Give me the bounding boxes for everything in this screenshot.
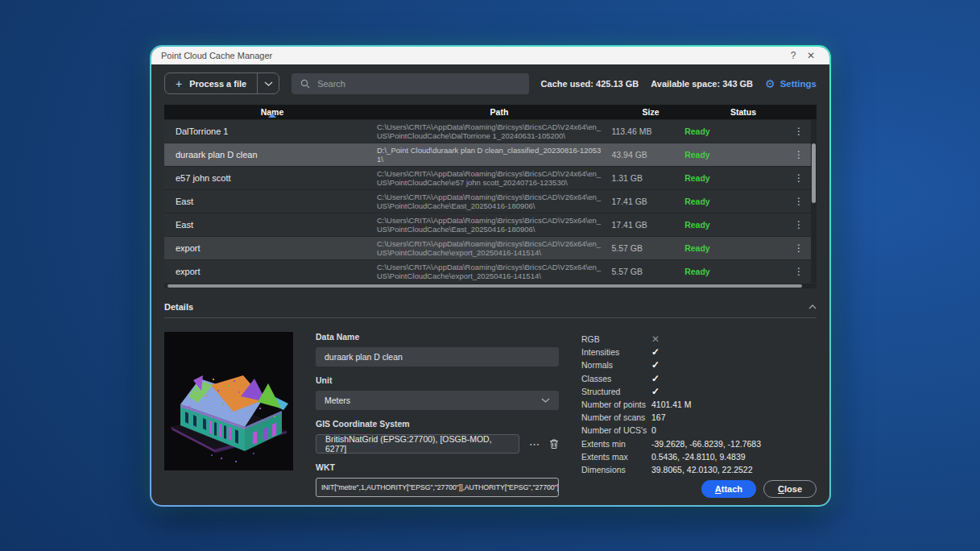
cell-name: export bbox=[164, 243, 377, 253]
dialog-body: + Process a file Cache used: 425.13 GB bbox=[151, 64, 829, 505]
property-row: Dimensions 39.8065, 42.0130, 22.2522 bbox=[581, 463, 817, 476]
check-icon: ✓ bbox=[651, 346, 660, 358]
cell-size: 5.57 GB bbox=[611, 243, 675, 253]
process-a-file-split-button: + Process a file bbox=[164, 72, 279, 94]
property-row: Extents min -39.2628, -66.8239, -12.7683 bbox=[581, 437, 817, 450]
property-row: Number of points 4101.41 M bbox=[581, 398, 817, 411]
table-row[interactable]: DalTorrione 1 C:\Users\CRITA\AppData\Roa… bbox=[164, 119, 817, 143]
column-header-path[interactable]: Path bbox=[380, 107, 618, 117]
gis-coordinate-system-label: GIS Coordinate System bbox=[316, 419, 559, 429]
cross-icon: ✕ bbox=[651, 334, 660, 345]
cell-name: export bbox=[164, 267, 377, 276]
status-badge: Ready bbox=[675, 150, 794, 160]
search-icon bbox=[300, 79, 310, 89]
cell-size: 113.46 MB bbox=[611, 126, 675, 136]
wkt-label: WKT bbox=[316, 462, 559, 472]
data-name-field[interactable]: duraark plan D clean bbox=[316, 347, 559, 367]
table-row[interactable]: East C:\Users\CRITA\AppData\Roaming\Bric… bbox=[164, 189, 817, 213]
search-input[interactable] bbox=[317, 79, 519, 89]
close-icon[interactable]: ✕ bbox=[802, 50, 820, 61]
toolbar: + Process a file Cache used: 425.13 GB bbox=[164, 72, 817, 94]
chevron-down-icon bbox=[264, 81, 273, 86]
cell-name: East bbox=[164, 220, 377, 230]
check-icon: ✓ bbox=[651, 359, 660, 371]
cell-path: C:\Users\CRITA\AppData\Roaming\Bricsys\B… bbox=[377, 169, 611, 187]
table-rows: DalTorrione 1 C:\Users\CRITA\AppData\Roa… bbox=[164, 119, 817, 283]
settings-label: Settings bbox=[780, 79, 817, 89]
horizontal-scrollbar-thumb[interactable] bbox=[167, 284, 802, 288]
cell-size: 5.57 GB bbox=[611, 267, 675, 276]
point-cloud-preview bbox=[164, 332, 293, 470]
process-a-file-dropdown[interactable] bbox=[257, 73, 279, 93]
dialog: Point Cloud Cache Manager ? ✕ + Process … bbox=[151, 47, 829, 505]
table-header: Name Path Size Status bbox=[164, 105, 817, 119]
sort-ascending-icon bbox=[268, 114, 276, 118]
status-badge: Ready bbox=[675, 243, 794, 253]
window-title: Point Cloud Cache Manager bbox=[161, 51, 272, 60]
trash-icon[interactable] bbox=[549, 438, 559, 450]
cell-name: DalTorrione 1 bbox=[164, 126, 377, 136]
wkt-field[interactable]: INIT["metre",1,AUTHORITY["EPSG","27700"]… bbox=[316, 478, 559, 497]
footer-buttons: Attach Close bbox=[701, 480, 817, 498]
help-icon[interactable]: ? bbox=[784, 50, 802, 61]
process-a-file-button[interactable]: + Process a file bbox=[165, 73, 257, 93]
unit-label: Unit bbox=[316, 375, 559, 385]
property-row: Structured ✓ bbox=[581, 385, 817, 398]
browse-ellipsis-icon[interactable]: ⋯ bbox=[529, 439, 540, 450]
cell-size: 43.94 GB bbox=[611, 150, 675, 160]
cache-used-value: 425.13 GB bbox=[596, 79, 639, 89]
property-row: Normals ✓ bbox=[581, 358, 817, 371]
property-row: Number of scans 167 bbox=[581, 411, 817, 424]
table-row-selected[interactable]: duraark plan D clean D:\_Point Cloud\dur… bbox=[164, 143, 817, 166]
horizontal-scrollbar[interactable] bbox=[164, 284, 817, 288]
close-button[interactable]: Close bbox=[763, 480, 817, 498]
vertical-scrollbar[interactable] bbox=[811, 119, 817, 283]
details-section-header[interactable]: Details bbox=[164, 302, 817, 312]
column-header-name[interactable]: Name bbox=[164, 107, 380, 117]
cell-name: East bbox=[164, 197, 377, 206]
cell-path: C:\Users\CRITA\AppData\Roaming\Bricsys\B… bbox=[377, 216, 611, 234]
details-label: Details bbox=[164, 302, 193, 312]
table-row[interactable]: export C:\Users\CRITA\AppData\Roaming\Br… bbox=[164, 236, 817, 259]
cell-path: C:\Users\CRITA\AppData\Roaming\Bricsys\B… bbox=[377, 263, 611, 280]
settings-button[interactable]: ⚙ Settings bbox=[765, 78, 817, 89]
cell-path: C:\Users\CRITA\AppData\Roaming\Bricsys\B… bbox=[377, 122, 611, 140]
gis-coordinate-system-field[interactable]: BritishNatGrid (EPSG:27700), [OSGB-MOD, … bbox=[316, 434, 519, 454]
available-space-value: 343 GB bbox=[722, 79, 753, 89]
details-content: Data Name duraark plan D clean Unit Mete… bbox=[164, 332, 817, 497]
attach-button[interactable]: Attach bbox=[701, 480, 756, 498]
property-row: Number of UCS's 0 bbox=[581, 424, 817, 437]
column-header-size[interactable]: Size bbox=[618, 107, 683, 117]
cell-name: e57 john scott bbox=[164, 173, 377, 183]
status-badge: Ready bbox=[675, 220, 794, 230]
properties-list: RGB ✕ Intensities ✓ Normals ✓ Classes ✓ bbox=[581, 332, 817, 497]
gis-row: BritishNatGrid (EPSG:27700), [OSGB-MOD, … bbox=[316, 434, 559, 454]
table-row[interactable]: East C:\Users\CRITA\AppData\Roaming\Bric… bbox=[164, 213, 817, 236]
collapse-chevron-up-icon[interactable] bbox=[808, 304, 817, 309]
status-badge: Ready bbox=[675, 267, 794, 276]
vertical-scrollbar-thumb[interactable] bbox=[812, 143, 816, 203]
property-row: RGB ✕ bbox=[581, 333, 817, 346]
cell-path: D:\_Point Cloud\duraark plan D clean_cla… bbox=[377, 146, 611, 164]
cache-table: Name Path Size Status DalTorrione 1 C:\U… bbox=[164, 105, 817, 288]
process-a-file-label: Process a file bbox=[189, 79, 246, 89]
details-form: Data Name duraark plan D clean Unit Mete… bbox=[316, 332, 559, 497]
cell-path: C:\Users\CRITA\AppData\Roaming\Bricsys\B… bbox=[377, 193, 611, 210]
cell-size: 17.41 GB bbox=[611, 220, 675, 230]
plus-icon: + bbox=[176, 78, 182, 89]
check-icon: ✓ bbox=[651, 373, 660, 384]
column-header-status[interactable]: Status bbox=[683, 107, 804, 117]
gear-icon: ⚙ bbox=[765, 78, 775, 89]
cell-size: 1.31 GB bbox=[611, 173, 675, 183]
status-badge: Ready bbox=[675, 173, 794, 183]
cell-size: 17.41 GB bbox=[611, 197, 675, 206]
table-row[interactable]: e57 john scott C:\Users\CRITA\AppData\Ro… bbox=[164, 166, 817, 189]
chevron-down-icon bbox=[541, 398, 550, 403]
check-icon: ✓ bbox=[651, 386, 660, 397]
titlebar: Point Cloud Cache Manager ? ✕ bbox=[151, 47, 829, 64]
cache-used-stat: Cache used: 425.13 GB bbox=[541, 79, 639, 89]
table-row[interactable]: export C:\Users\CRITA\AppData\Roaming\Br… bbox=[164, 259, 817, 283]
search-box bbox=[292, 73, 528, 94]
data-name-label: Data Name bbox=[316, 332, 559, 342]
unit-select[interactable]: Meters bbox=[316, 391, 559, 410]
